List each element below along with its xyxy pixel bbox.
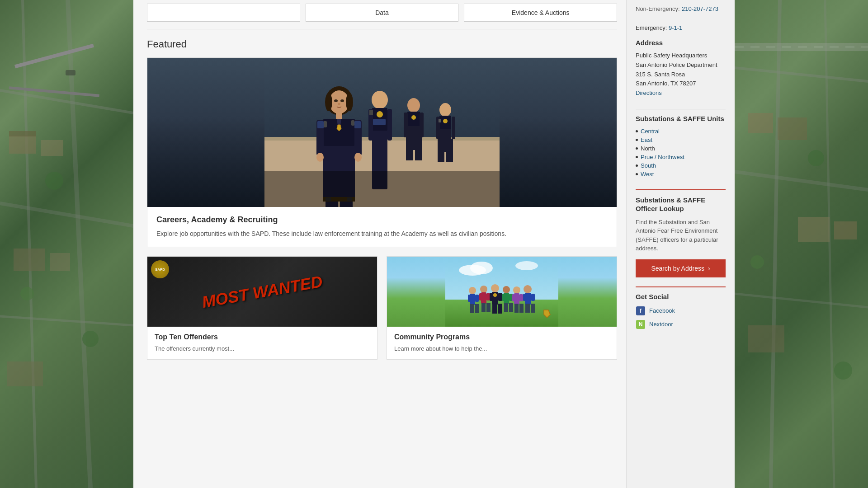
svg-rect-46	[420, 113, 424, 137]
bullet-north	[636, 147, 638, 150]
emergency-number[interactable]: 9-1-1	[669, 24, 682, 31]
svg-rect-22	[798, 217, 830, 242]
main-container: Data Evidence & Auctions Featured	[133, 0, 735, 488]
most-wanted-card[interactable]: SAPD MOST WANTED Top Ten Offenders The o…	[147, 256, 377, 360]
facebook-item[interactable]: f Facebook	[636, 306, 726, 316]
address-line1: Public Safety Headquarters	[636, 51, 726, 61]
svg-line-17	[735, 68, 868, 81]
featured-card-description: Explore job opportunities with the SAPD.…	[156, 229, 608, 239]
community-title: Community Programs	[394, 333, 609, 341]
search-by-address-button[interactable]: Search by Address ›	[636, 259, 726, 277]
station-prue-northwest: Prue / Northwest	[636, 153, 726, 161]
community-card[interactable]: Community Programs Learn more about how …	[387, 256, 617, 360]
svg-point-89	[515, 261, 538, 270]
svg-point-12	[20, 287, 34, 300]
svg-rect-14	[66, 70, 75, 75]
svg-rect-21	[778, 117, 807, 140]
station-south-link[interactable]: South	[641, 162, 656, 169]
svg-rect-47	[406, 136, 413, 160]
address-section: Address Public Safety Headquarters San A…	[636, 39, 726, 98]
svg-point-121	[524, 285, 532, 293]
svg-rect-39	[446, 139, 453, 162]
svg-rect-100	[481, 303, 486, 312]
right-sidebar: Non-Emergency: 210-207-7273 Emergency: 9…	[626, 0, 735, 488]
emergency-section: Emergency: 9-1-1	[636, 23, 726, 32]
svg-point-53	[346, 93, 353, 111]
svg-rect-67	[317, 121, 324, 128]
svg-point-13	[82, 331, 99, 347]
svg-line-0	[23, 0, 36, 488]
community-image	[387, 257, 617, 327]
non-emergency-number[interactable]: 210-207-7273	[682, 5, 718, 12]
svg-rect-112	[509, 294, 513, 301]
officer-lookup-heading: Substations & SAFFE Officer Lookup	[636, 196, 726, 213]
nextdoor-item[interactable]: N Nextdoor	[636, 319, 726, 329]
station-west-link[interactable]: West	[641, 171, 654, 178]
facebook-link[interactable]: Facebook	[649, 307, 675, 314]
station-central-link[interactable]: Central	[641, 128, 660, 135]
svg-rect-124	[531, 294, 535, 301]
svg-rect-125	[525, 304, 530, 313]
svg-rect-41	[439, 119, 441, 122]
directions-link[interactable]: Directions	[636, 89, 662, 96]
svg-point-42	[407, 98, 420, 113]
nextdoor-icon-shape: N	[636, 320, 645, 329]
station-north-text: North	[641, 145, 655, 152]
svg-point-27	[834, 361, 852, 380]
svg-rect-108	[498, 304, 502, 314]
svg-rect-114	[509, 303, 513, 312]
svg-line-4	[0, 316, 133, 325]
non-emergency-section: Non-Emergency: 210-207-7273	[636, 5, 726, 13]
station-north: North	[636, 144, 726, 153]
arrow-right-icon: ›	[708, 265, 710, 272]
tab-card-data[interactable]: Data	[306, 4, 459, 22]
tab-evidence-label: Evidence & Auctions	[512, 9, 570, 16]
svg-rect-104	[490, 293, 494, 301]
address-line3: 315 S. Santa Rosa	[636, 70, 726, 80]
svg-rect-101	[486, 303, 491, 312]
svg-rect-23	[834, 221, 857, 239]
bullet-east	[636, 139, 638, 141]
tab-card-1[interactable]	[147, 4, 300, 22]
station-west: West	[636, 170, 726, 178]
svg-rect-113	[504, 303, 508, 312]
most-wanted-content: Top Ten Offenders The offenders currentl…	[147, 327, 377, 359]
featured-card: Careers, Academy & Recruiting Explore jo…	[147, 57, 617, 247]
background-right	[735, 0, 868, 488]
svg-line-16	[825, 0, 834, 488]
officer-lookup-section: Substations & SAFFE Officer Lookup Find …	[636, 189, 726, 277]
svg-rect-93	[475, 295, 479, 302]
svg-rect-111	[502, 294, 505, 301]
bullet-west	[636, 173, 638, 175]
officer-scene	[147, 58, 617, 207]
svg-rect-37	[452, 117, 455, 139]
svg-rect-45	[404, 113, 408, 137]
svg-rect-7	[41, 140, 63, 156]
officer-lookup-description: Find the Substation and San Antonio Fear…	[636, 218, 726, 253]
svg-point-90	[469, 287, 476, 294]
station-central: Central	[636, 127, 726, 136]
bullet-prue	[636, 156, 638, 158]
get-social-heading: Get Social	[636, 293, 726, 300]
nextdoor-link[interactable]: Nextdoor	[649, 321, 673, 328]
station-east: East	[636, 136, 726, 144]
svg-point-52	[325, 93, 332, 111]
svg-point-40	[443, 119, 448, 123]
svg-rect-20	[748, 113, 773, 133]
svg-rect-82	[373, 119, 386, 125]
address-line2: San Antonio Police Department	[636, 61, 726, 70]
tab-card-evidence[interactable]: Evidence & Auctions	[464, 4, 617, 22]
station-prue-link[interactable]: Prue / Northwest	[641, 154, 684, 160]
svg-point-54	[334, 99, 338, 102]
svg-line-2	[0, 90, 133, 113]
address-line4: San Antonio, TX 78207	[636, 79, 726, 89]
svg-rect-99	[486, 293, 490, 300]
featured-image	[147, 58, 617, 207]
svg-point-70	[354, 153, 362, 162]
search-btn-label: Search by Address	[651, 265, 704, 272]
substations-section: Substations & SAFFE Units Central East N…	[636, 115, 726, 178]
svg-rect-10	[7, 361, 43, 386]
station-east-link[interactable]: East	[641, 136, 652, 143]
svg-line-19	[735, 294, 868, 307]
background-left	[0, 0, 133, 488]
